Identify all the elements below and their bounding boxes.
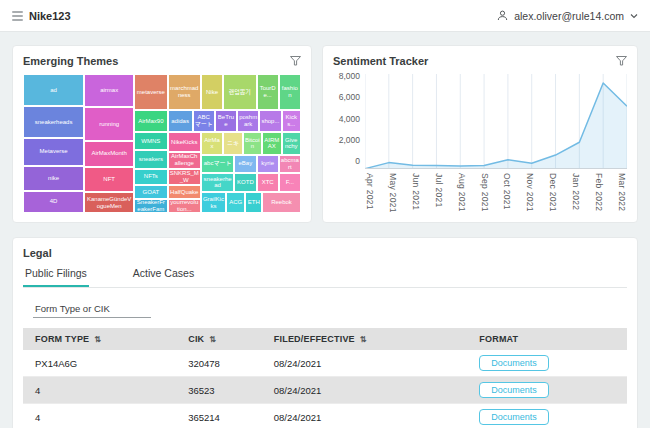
treemap-tile[interactable]: Metaverse [23, 138, 84, 166]
treemap-tile[interactable]: ETH [245, 192, 262, 213]
documents-button[interactable]: Documents [479, 355, 549, 371]
table-cell: 4 [23, 404, 176, 428]
treemap-tile[interactable]: poshmark [237, 110, 259, 132]
treemap-tile[interactable]: SNKRS_M_W [168, 169, 201, 186]
y-tick-label: 8,000 [339, 71, 360, 81]
format-cell: Documents [467, 404, 627, 428]
emerging-themes-card: Emerging Themes adsneakerheadsMetaversen… [12, 45, 312, 223]
treemap-tile[interactable]: metaverse [134, 74, 167, 110]
treemap-tile[interactable]: KOTD [234, 173, 256, 192]
filter-icon[interactable] [616, 56, 627, 66]
treemap-tile[interactable]: AirMax90 [134, 110, 167, 132]
menu-icon[interactable] [12, 11, 23, 21]
treemap-tile[interactable]: GOAT [134, 185, 167, 199]
table-cell: 320478 [176, 350, 262, 377]
treemap-tile[interactable]: Kicks... [282, 110, 301, 132]
column-header-cik[interactable]: CIK⇅ [176, 328, 262, 350]
treemap-tile[interactable]: Givenchy [282, 132, 301, 154]
x-tick-label: Jun 2021 [411, 173, 421, 213]
x-tick-label: Aug 2021 [457, 173, 467, 213]
sort-icon[interactable]: ⇅ [94, 335, 101, 344]
treemap-tile[interactable]: running [84, 107, 134, 140]
treemap-tile[interactable]: adidas [168, 110, 193, 132]
treemap-tile[interactable]: eBay [234, 155, 256, 173]
treemap-tile[interactable]: abcmart [279, 155, 301, 173]
treemap-tile[interactable]: ACG [226, 192, 245, 213]
treemap-tile[interactable]: Reebok [262, 192, 301, 213]
user-icon [497, 10, 508, 21]
sentiment-tracker-title: Sentiment Tracker [333, 55, 428, 67]
user-menu[interactable]: alex.oliver@rule14.com [497, 10, 638, 22]
treemap-tile[interactable]: NFTs [134, 169, 167, 186]
x-tick-label: May 2021 [388, 173, 398, 213]
form-type-cik-input[interactable] [33, 300, 151, 318]
treemap-tile[interactable]: 랜덤뽑기 [223, 74, 256, 110]
top-navbar: Nike123 alex.oliver@rule14.com [0, 0, 650, 32]
format-cell: Documents [467, 350, 627, 377]
treemap-tile[interactable]: ニキ [223, 132, 242, 154]
treemap-tile[interactable]: NFT [84, 167, 134, 192]
sort-icon[interactable]: ⇅ [360, 335, 367, 344]
y-tick-label: 4,000 [339, 114, 360, 124]
x-tick-label: Oct 2021 [502, 173, 512, 213]
treemap-tile[interactable]: shop... [259, 110, 281, 132]
filter-icon[interactable] [290, 56, 301, 66]
treemap-tile[interactable]: nike [23, 166, 84, 191]
treemap-tile[interactable]: XTC [257, 173, 279, 192]
treemap-tile[interactable]: yourrevolution... [168, 199, 201, 213]
tab-active-cases[interactable]: Active Cases [131, 267, 196, 287]
x-tick-label: Nov 2021 [525, 173, 535, 213]
chevron-down-icon[interactable] [630, 13, 638, 19]
treemap-tile[interactable]: AIRMAX [262, 132, 281, 154]
treemap-tile[interactable]: sneakerheads [23, 106, 84, 138]
treemap-tile[interactable]: airmax [84, 74, 134, 107]
treemap-tile[interactable]: SneakerFreakerFam [134, 199, 167, 213]
treemap-tile[interactable]: sneakers [134, 150, 167, 168]
x-tick-label: Jul 2021 [434, 173, 444, 213]
table-row: 43652308/24/2021Documents [23, 377, 627, 404]
treemap-tile[interactable]: Bitcoin [243, 132, 262, 154]
sentiment-chart-svg [365, 74, 627, 169]
sentiment-chart: 8,0006,0004,0002,0000 Apr 2021May 2021Ju… [333, 74, 627, 213]
filings-table-header: FORM TYPE⇅CIK⇅FILED/EFFECTIVE⇅FORMAT [23, 328, 627, 350]
y-tick-label: 0 [355, 156, 360, 166]
table-cell: 08/24/2021 [262, 377, 468, 404]
tab-public-filings[interactable]: Public Filings [23, 267, 89, 287]
table-cell: 365214 [176, 404, 262, 428]
treemap-tile[interactable]: AirMax [201, 132, 223, 154]
treemap-tile[interactable]: GrailKicks [201, 192, 226, 213]
table-row: PX14A6G32047808/24/2021Documents [23, 350, 627, 377]
treemap-tile[interactable]: sneakerhead [201, 173, 234, 192]
table-cell: 08/24/2021 [262, 404, 468, 428]
main-content: Emerging Themes adsneakerheadsMetaversen… [0, 32, 650, 428]
treemap-tile[interactable]: ABCマート [193, 110, 215, 132]
table-cell: 4 [23, 377, 176, 404]
treemap-tile[interactable]: TourDe... [257, 74, 279, 110]
treemap-tile[interactable]: BeTrue [215, 110, 237, 132]
treemap-tile[interactable]: NikeKicks [168, 132, 201, 151]
treemap-tile[interactable]: marchmadness [168, 74, 201, 110]
treemap-tile[interactable]: 4D [23, 191, 84, 213]
documents-button[interactable]: Documents [479, 382, 549, 398]
legal-tabs: Public Filings Active Cases [23, 267, 627, 288]
treemap-tile[interactable]: KanameGündeVogueMen [84, 192, 134, 213]
treemap-tile[interactable]: abcマート [201, 155, 234, 173]
treemap: adsneakerheadsMetaversenike4Dairmaxrunni… [23, 74, 301, 213]
x-tick-label: Dec 2021 [548, 173, 558, 213]
column-header-filed-effective[interactable]: FILED/EFFECTIVE⇅ [262, 328, 468, 350]
treemap-tile[interactable]: WMNS [134, 132, 167, 150]
x-tick-label: Jan 2022 [571, 173, 581, 213]
treemap-tile[interactable]: HalfQuake [168, 185, 201, 199]
treemap-tile[interactable]: ad [23, 74, 84, 106]
column-header-form-type[interactable]: FORM TYPE⇅ [23, 328, 176, 350]
treemap-tile[interactable]: AirMaxChallenge [168, 152, 201, 169]
treemap-tile[interactable]: fashion [279, 74, 301, 110]
y-axis-labels: 8,0006,0004,0002,0000 [333, 71, 365, 166]
sort-icon[interactable]: ⇅ [209, 335, 216, 344]
treemap-tile[interactable]: F... [279, 173, 301, 192]
treemap-tile[interactable]: Nike [201, 74, 223, 110]
treemap-tile[interactable]: kyrie [257, 155, 279, 173]
x-tick-label: Apr 2021 [365, 173, 375, 213]
treemap-tile[interactable]: AirMaxMonth [84, 141, 134, 167]
documents-button[interactable]: Documents [479, 409, 549, 425]
